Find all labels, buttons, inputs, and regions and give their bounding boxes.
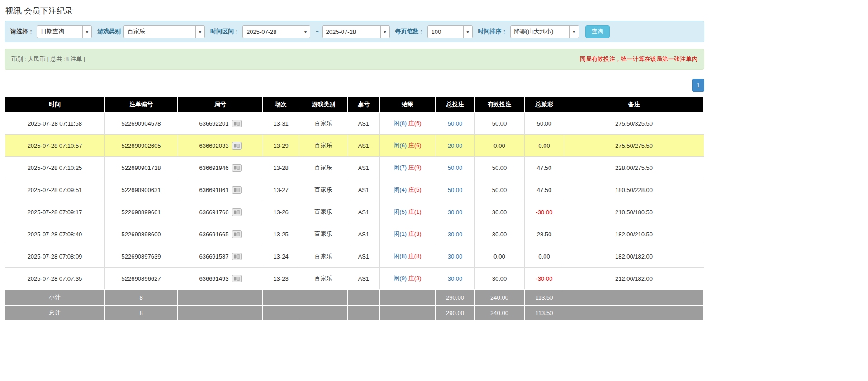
total-bet-cell: 30.00 bbox=[436, 201, 474, 223]
time-cell: 2025-07-28 07:08:40 bbox=[5, 223, 104, 245]
table-number-cell: AS1 bbox=[348, 135, 379, 157]
bet-id-cell: 522690899661 bbox=[104, 201, 178, 223]
date-to-select[interactable]: 2025-07-28 ▾ bbox=[322, 25, 390, 38]
round-id-cell: 636691493 bbox=[178, 268, 263, 290]
bet-id-cell: 522690902605 bbox=[104, 135, 178, 157]
valid-bet-cell: 30.00 bbox=[474, 268, 524, 290]
game-type-cell: 百家乐 bbox=[299, 112, 348, 135]
round-id-cell: 636691861 bbox=[178, 179, 263, 201]
total-bet-link[interactable]: 30.00 bbox=[448, 253, 463, 260]
total-bet-link[interactable]: 30.00 bbox=[448, 231, 463, 238]
chevron-down-icon[interactable]: ▾ bbox=[569, 26, 579, 38]
total-bet-link[interactable]: 50.00 bbox=[448, 187, 463, 193]
round-id-cell: 636691665 bbox=[178, 223, 263, 245]
summary-label-cell: 总计 bbox=[5, 305, 104, 320]
remark-cell: 182.00/182.00 bbox=[564, 245, 704, 268]
total-bet-cell: 30.00 bbox=[436, 268, 474, 290]
cards-icon bbox=[232, 208, 242, 216]
date-to-value: 2025-07-28 bbox=[323, 26, 380, 38]
summary-bar: 币别 : 人民币 | 总共 :8 注单 | 同局有效投注，统一计算在该局第一张注… bbox=[5, 49, 704, 70]
round-result-button[interactable] bbox=[232, 142, 242, 150]
cards-icon bbox=[232, 230, 242, 238]
payout-cell: 47.50 bbox=[524, 157, 564, 179]
player-result: 闲(4) bbox=[394, 186, 407, 193]
column-header: 场次 bbox=[263, 97, 299, 112]
chevron-down-icon[interactable]: ▾ bbox=[82, 26, 91, 38]
game-type-value: 百家乐 bbox=[124, 26, 195, 38]
date-range-label: 时间区间： bbox=[210, 28, 240, 36]
banker-result: 庄(8) bbox=[408, 253, 422, 259]
chevron-down-icon[interactable]: ▾ bbox=[463, 26, 472, 38]
page-size-label: 每页笔数： bbox=[395, 28, 425, 36]
summary-label-cell: 小计 bbox=[5, 290, 104, 305]
total-bet-link[interactable]: 50.00 bbox=[448, 120, 463, 127]
round-result-button[interactable] bbox=[232, 120, 242, 127]
round-id-cell: 636691766 bbox=[178, 201, 263, 223]
round-result-button[interactable] bbox=[232, 186, 242, 194]
empty-cell bbox=[379, 305, 436, 320]
table-row: 2025-07-28 07:08:40522690898600636691665… bbox=[5, 223, 704, 245]
chevron-down-icon[interactable]: ▾ bbox=[301, 26, 310, 38]
round-result-button[interactable] bbox=[232, 275, 242, 282]
records-body: 2025-07-28 07:11:58522690904578636692201… bbox=[5, 112, 704, 290]
cards-icon bbox=[232, 164, 242, 172]
banker-result: 庄(3) bbox=[408, 230, 422, 237]
table-row: 2025-07-28 07:10:57522690902605636692033… bbox=[5, 135, 704, 157]
column-header: 有效投注 bbox=[474, 97, 524, 112]
result-cell: 闲(8) 庄(8) bbox=[379, 245, 436, 268]
result-cell: 闲(5) 庄(1) bbox=[379, 201, 436, 223]
payout-cell: 47.50 bbox=[524, 179, 564, 201]
page-container: 视讯 会员下注纪录 请选择： 日期查询 ▾ 游戏类别 百家乐 ▾ 时间区间： 2… bbox=[5, 0, 704, 381]
records-foot: 小计8290.00240.00113.50总计8290.00240.00113.… bbox=[5, 290, 704, 320]
payout-value: 50.00 bbox=[537, 120, 552, 127]
payout-cell: -30.00 bbox=[524, 201, 564, 223]
result-cell: 闲(9) 庄(3) bbox=[379, 268, 436, 290]
round-id-cell: 636692033 bbox=[178, 135, 263, 157]
search-button[interactable]: 查询 bbox=[585, 25, 610, 38]
chevron-down-icon[interactable]: ▾ bbox=[380, 26, 389, 38]
empty-cell bbox=[263, 305, 299, 320]
empty-cell bbox=[263, 290, 299, 305]
payout-value: -30.00 bbox=[536, 275, 553, 282]
player-result: 闲(9) bbox=[394, 275, 407, 282]
total-bet-link[interactable]: 30.00 bbox=[448, 209, 463, 216]
player-result: 闲(8) bbox=[394, 253, 407, 259]
valid-bet-cell: 0.00 bbox=[474, 135, 524, 157]
session-cell: 13-25 bbox=[263, 223, 299, 245]
page-1-button[interactable]: 1 bbox=[692, 79, 704, 92]
round-id-cell: 636692201 bbox=[178, 112, 263, 135]
query-type-select[interactable]: 日期查询 ▾ bbox=[37, 25, 92, 38]
valid-bet-cell: 50.00 bbox=[474, 157, 524, 179]
sort-select[interactable]: 降幂(由大到小) ▾ bbox=[510, 25, 579, 38]
banker-result: 庄(5) bbox=[408, 186, 422, 193]
round-result-button[interactable] bbox=[232, 208, 242, 216]
remark-cell: 275.50/325.50 bbox=[564, 112, 704, 135]
game-type-cell: 百家乐 bbox=[299, 223, 348, 245]
payout-cell: 28.50 bbox=[524, 223, 564, 245]
summary-valid-bet-cell: 240.00 bbox=[474, 305, 524, 320]
banker-result: 庄(3) bbox=[408, 275, 422, 282]
total-bet-cell: 50.00 bbox=[436, 112, 474, 135]
round-result-button[interactable] bbox=[232, 253, 242, 260]
game-type-cell: 百家乐 bbox=[299, 268, 348, 290]
total-bet-link[interactable]: 50.00 bbox=[448, 165, 463, 171]
column-header: 时间 bbox=[5, 97, 104, 112]
column-header: 备注 bbox=[564, 97, 704, 112]
round-result-button[interactable] bbox=[232, 230, 242, 238]
column-header: 结果 bbox=[379, 97, 436, 112]
game-type-select[interactable]: 百家乐 ▾ bbox=[123, 25, 205, 38]
bet-id-cell: 522690900631 bbox=[104, 179, 178, 201]
session-cell: 13-29 bbox=[263, 135, 299, 157]
round-result-button[interactable] bbox=[232, 164, 242, 172]
chevron-down-icon[interactable]: ▾ bbox=[195, 26, 204, 38]
total-bet-link[interactable]: 20.00 bbox=[448, 142, 463, 149]
empty-cell bbox=[564, 290, 704, 305]
remark-cell: 275.50/275.50 bbox=[564, 135, 704, 157]
banker-result: 庄(6) bbox=[408, 120, 422, 127]
page-size-select[interactable]: 100 ▾ bbox=[427, 25, 473, 38]
cards-icon bbox=[232, 253, 242, 260]
filter-bar: 请选择： 日期查询 ▾ 游戏类别 百家乐 ▾ 时间区间： 2025-07-28 … bbox=[5, 21, 704, 42]
total-bet-link[interactable]: 30.00 bbox=[448, 275, 463, 282]
date-from-select[interactable]: 2025-07-28 ▾ bbox=[242, 25, 310, 38]
summary-count-cell: 8 bbox=[104, 290, 178, 305]
